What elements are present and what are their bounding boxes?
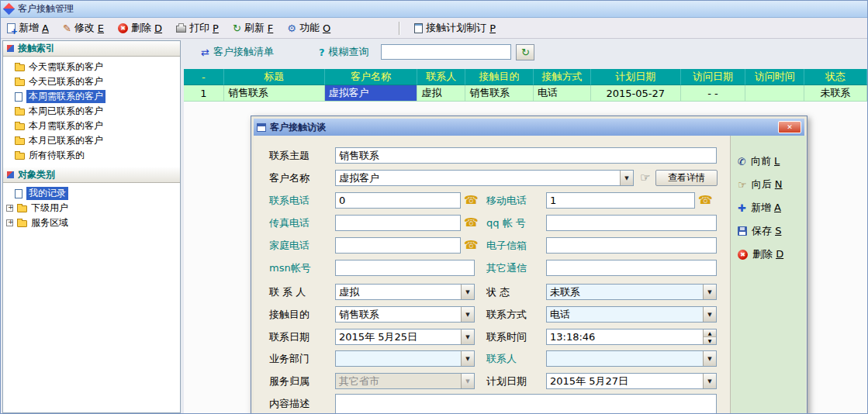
- fuzzy-query-button[interactable]: ? 模糊查询: [319, 45, 369, 59]
- toolbar-separator: [399, 22, 400, 35]
- dropdown-arrow-icon[interactable]: ▼: [461, 329, 474, 344]
- dropdown-arrow-icon[interactable]: ▼: [703, 285, 716, 299]
- table-row[interactable]: 1 销售联系 虚拟客户 虚拟 销售联系 电话 2015-05-27 - - 未联…: [184, 85, 867, 102]
- header-status[interactable]: 状态: [804, 69, 867, 85]
- tree-item-month-need[interactable]: 本月需联系的客户: [3, 119, 180, 133]
- contact-person2-combo[interactable]: ▼: [546, 350, 717, 367]
- contact-person-combo[interactable]: 虚拟 ▼: [335, 284, 475, 300]
- dropdown-arrow-icon[interactable]: ▼: [703, 374, 716, 388]
- header-title[interactable]: 标题: [224, 69, 325, 85]
- msn-input[interactable]: [335, 260, 475, 276]
- home-phone-input[interactable]: [335, 237, 461, 254]
- dropdown-arrow-icon[interactable]: ▼: [461, 285, 474, 299]
- contact-plan-button[interactable]: 接触计划制订P: [414, 21, 496, 35]
- status-combo[interactable]: 未联系 ▼: [546, 284, 717, 300]
- contact-date-label: 联系日期: [269, 329, 310, 345]
- method-combo[interactable]: 电话 ▼: [546, 306, 717, 323]
- description-textarea[interactable]: [335, 394, 717, 414]
- header-visit-time[interactable]: 访问时间: [745, 69, 804, 85]
- delete-label: 删除: [131, 21, 151, 35]
- function-button[interactable]: ⚙ 功能O: [287, 21, 330, 35]
- dropdown-arrow-icon[interactable]: ▼: [703, 351, 716, 366]
- print-button[interactable]: 打印P: [176, 21, 219, 35]
- delete-record-button[interactable]: ✖ 删除 D: [731, 243, 806, 266]
- cell-contact[interactable]: 虚拟: [417, 85, 465, 102]
- dropdown-arrow-icon[interactable]: ▼: [703, 307, 716, 322]
- tree-item-label: 本月已联系的客户: [29, 134, 103, 147]
- search-input[interactable]: [381, 44, 511, 60]
- search-go-button[interactable]: ↻: [516, 44, 534, 60]
- fax-input[interactable]: [335, 215, 461, 231]
- contact-time-spinner[interactable]: ▲ ▼: [546, 329, 717, 345]
- contact-table: - 标题 客户名称 联系人 接触目的 接触方式 计划日期 访问日期 访问时间 状…: [184, 69, 867, 102]
- header-rownum[interactable]: -: [184, 69, 224, 85]
- section-header-contact-index[interactable]: 接触索引: [3, 41, 180, 57]
- dropdown-arrow-icon[interactable]: ▼: [461, 307, 474, 322]
- header-method[interactable]: 接触方式: [534, 69, 591, 85]
- expand-icon[interactable]: [6, 219, 13, 226]
- tree-item-month-done[interactable]: 本月已联系的客户: [3, 133, 180, 148]
- dialog-close-button[interactable]: ✕: [778, 121, 801, 133]
- tree-item-my-records[interactable]: 我的记录: [3, 186, 180, 201]
- header-contact[interactable]: 联系人: [417, 69, 465, 85]
- header-plan-date[interactable]: 计划日期: [591, 69, 681, 85]
- header-visit-date[interactable]: 访问日期: [681, 69, 746, 85]
- other-im-input[interactable]: [546, 260, 717, 276]
- dialog-title: 客户接触访谈: [270, 121, 326, 134]
- contact-date-combo[interactable]: 2015年 5月25日 ▼: [335, 329, 475, 345]
- print-label: 打印: [189, 21, 209, 35]
- customer-combo[interactable]: 虚拟客户 ▼: [335, 170, 634, 186]
- cell-customer[interactable]: 虚拟客户: [325, 85, 418, 102]
- section-header-object-category[interactable]: 对象类别: [3, 167, 180, 183]
- tree-item-all-pending[interactable]: 所有待联系的: [3, 148, 180, 163]
- plan-date-combo[interactable]: 2015年 5月27日 ▼: [546, 373, 717, 389]
- prev-record-button[interactable]: ✆ 向前 L: [731, 150, 806, 173]
- next-record-button[interactable]: ☞ 向后 N: [731, 173, 806, 196]
- cell-visit-date[interactable]: - -: [681, 85, 746, 102]
- folder-icon: [15, 153, 25, 160]
- dialog-side-panel: ✆ 向前 L ☞ 向后 N ✚ 新增 A 保存 S ✖ 删除 D: [731, 136, 806, 414]
- phone-icon: ☎: [698, 192, 713, 209]
- email-input[interactable]: [546, 237, 717, 254]
- contact-list-button[interactable]: ⇄ 客户接触清单: [201, 45, 274, 59]
- refresh-button[interactable]: ↻ 刷新F: [233, 21, 273, 35]
- header-purpose[interactable]: 接触目的: [465, 69, 534, 85]
- time-input[interactable]: [547, 329, 703, 344]
- header-customer[interactable]: 客户名称: [325, 69, 418, 85]
- cell-rownum[interactable]: 1: [184, 85, 224, 102]
- tree-item-service-area[interactable]: 服务区域: [3, 216, 180, 230]
- tree-item-today-need[interactable]: 今天需联系的客户: [3, 60, 180, 74]
- email-label: 电子信箱: [486, 237, 527, 254]
- save-button[interactable]: 保存 S: [731, 219, 806, 243]
- cell-method[interactable]: 电话: [534, 85, 591, 102]
- expand-icon[interactable]: [6, 205, 13, 212]
- cell-purpose[interactable]: 销售联系: [465, 85, 534, 102]
- object-category-tree: 我的记录 下级用户 服务区域: [3, 183, 180, 235]
- new-button[interactable]: 新增A: [7, 21, 49, 35]
- edit-button[interactable]: ✎ 修改E: [63, 21, 104, 35]
- tree-item-week-done[interactable]: 本周已联系的客户: [3, 104, 180, 119]
- tree-item-week-need[interactable]: 本周需联系的客户: [3, 89, 180, 104]
- section-title: 对象类别: [18, 168, 55, 181]
- cell-plan-date[interactable]: 2015-05-27: [591, 85, 681, 102]
- spin-down-icon[interactable]: ▼: [704, 337, 716, 344]
- dropdown-arrow-icon[interactable]: ▼: [461, 351, 474, 366]
- list-toolbar: ⇄ 客户接触清单 ? 模糊查询 ↻: [187, 42, 867, 62]
- spin-up-icon[interactable]: ▲: [704, 329, 716, 337]
- subject-input[interactable]: [335, 147, 717, 164]
- tree-item-today-done[interactable]: 今天已联系的客户: [3, 74, 180, 89]
- cell-title[interactable]: 销售联系: [224, 85, 325, 102]
- tree-item-sub-users[interactable]: 下级用户: [3, 201, 180, 216]
- add-record-button[interactable]: ✚ 新增 A: [731, 196, 806, 219]
- qq-input[interactable]: [546, 215, 717, 231]
- delete-button[interactable]: ✖ 删除D: [118, 21, 162, 35]
- view-hand-icon[interactable]: ☞: [640, 170, 650, 186]
- department-combo[interactable]: ▼: [335, 350, 475, 367]
- purpose-combo[interactable]: 销售联系 ▼: [335, 306, 475, 323]
- cell-visit-time[interactable]: [745, 85, 804, 102]
- cell-status[interactable]: 未联系: [804, 85, 867, 102]
- mobile-input[interactable]: [546, 192, 695, 209]
- phone-input[interactable]: [335, 192, 461, 209]
- dropdown-arrow-icon[interactable]: ▼: [620, 171, 633, 185]
- view-detail-button[interactable]: 查看详情: [655, 170, 718, 186]
